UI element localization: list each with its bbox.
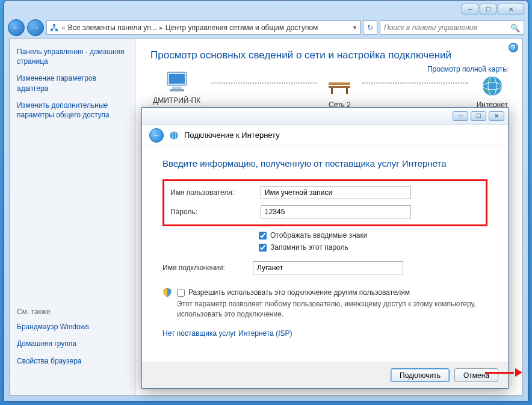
dialog-header: ← Подключение к Интернету (142, 125, 508, 146)
connection-name-input[interactable] (253, 261, 403, 274)
see-also-label: См. также (17, 308, 128, 316)
back-button[interactable]: ← (8, 19, 25, 36)
sidebar: Панель управления - домашняя страница Из… (10, 39, 136, 395)
dialog-heading: Введите информацию, полученную от постав… (162, 158, 487, 168)
search-box[interactable]: 🔍 (380, 20, 524, 35)
breadcrumb-chevron-icon: ▸ (159, 23, 163, 32)
breadcrumb-seg[interactable]: Все элементы панели уп... (68, 23, 157, 32)
sidebar-item-firewall[interactable]: Брандмауэр Windows (17, 322, 128, 332)
svg-rect-10 (346, 88, 348, 94)
svg-rect-7 (329, 82, 350, 85)
remember-label: Запомнить этот пароль (270, 243, 348, 252)
sidebar-item-sharing[interactable]: Изменить дополнительные параметры общего… (17, 100, 128, 120)
sidebar-item-adapter[interactable]: Изменение параметров адаптера (17, 73, 128, 93)
username-label: Имя пользователя: (170, 188, 261, 197)
node-internet: Интернет (477, 74, 508, 109)
bench-icon (325, 74, 354, 98)
svg-rect-4 (169, 74, 185, 84)
svg-rect-6 (170, 89, 184, 91)
chevron-down-icon[interactable]: ▼ (352, 25, 357, 31)
address-bar[interactable]: « Все элементы панели уп... ▸ Центр упра… (46, 20, 360, 35)
password-input[interactable] (261, 205, 411, 218)
no-isp-link[interactable]: Нет поставщика услуг Интернета (ISP) (162, 329, 292, 338)
dialog-footer: Подключить Отмена (142, 362, 508, 388)
permission-row: Разрешить использовать это подключение д… (162, 288, 487, 319)
network-icon (49, 23, 59, 32)
dialog-minimize-button[interactable]: ─ (453, 111, 468, 121)
connection-line (211, 82, 317, 84)
svg-rect-2 (53, 24, 55, 26)
dialog-body: Введите информацию, полученную от постав… (142, 146, 508, 345)
full-map-link[interactable]: Просмотр полной карты (427, 65, 508, 73)
dialog-back-button[interactable]: ← (149, 128, 164, 143)
username-input[interactable] (261, 186, 411, 199)
page-heading: Просмотр основных сведений о сети и наст… (150, 49, 508, 61)
minimize-button[interactable]: ─ (462, 4, 478, 14)
connect-dialog: ─ ☐ ✕ ← Подключение к Интернету Введите … (141, 107, 509, 389)
svg-rect-5 (172, 87, 182, 89)
allow-others-desc: Этот параметр позволяет любому пользоват… (177, 299, 487, 320)
search-icon: 🔍 (510, 23, 520, 32)
svg-rect-1 (55, 29, 58, 31)
shield-icon (162, 288, 172, 297)
password-label: Пароль: (170, 208, 261, 216)
svg-rect-8 (329, 86, 350, 88)
connect-button[interactable]: Подключить (391, 368, 450, 382)
show-chars-checkbox[interactable] (259, 232, 267, 240)
help-icon[interactable]: ? (509, 43, 518, 52)
globe-icon (478, 74, 507, 98)
connection-line (362, 82, 468, 84)
svg-rect-9 (331, 88, 333, 94)
connection-name-label: Имя подключения: (162, 264, 253, 272)
svg-rect-0 (51, 29, 53, 31)
allow-others-label: Разрешить использовать это подключение д… (188, 288, 410, 298)
node-label: ДМИТРИЙ-ПК (150, 96, 203, 105)
search-input[interactable] (384, 23, 510, 32)
breadcrumb-sep: « (61, 23, 66, 32)
dialog-close-button[interactable]: ✕ (489, 111, 504, 121)
navigation-bar: ← → « Все элементы панели уп... ▸ Центр … (4, 17, 528, 38)
computer-icon (162, 70, 191, 94)
show-chars-label: Отображать вводимые знаки (270, 231, 367, 240)
dialog-maximize-button[interactable]: ☐ (471, 111, 486, 121)
node-network: Сеть 2 (325, 74, 354, 109)
svg-point-11 (483, 76, 502, 96)
dialog-title: Подключение к Интернету (184, 131, 280, 140)
refresh-button[interactable]: ↻ (363, 20, 377, 35)
close-button[interactable]: ✕ (498, 4, 524, 14)
sidebar-item-browser[interactable]: Свойства браузера (17, 356, 128, 366)
annotation-arrow (485, 370, 522, 375)
window-titlebar: ─ ☐ ✕ (4, 1, 528, 17)
allow-others-checkbox[interactable] (177, 289, 185, 297)
globe-small-icon (169, 130, 179, 141)
sidebar-item-home[interactable]: Панель управления - домашняя страница (17, 47, 128, 66)
dialog-titlebar: ─ ☐ ✕ (142, 108, 508, 125)
maximize-button[interactable]: ☐ (480, 4, 496, 14)
breadcrumb-seg[interactable]: Центр управления сетями и общим доступом (165, 23, 318, 32)
sidebar-item-homegroup[interactable]: Домашняя группа (17, 339, 128, 348)
highlight-box: Имя пользователя: Пароль: (162, 179, 487, 226)
remember-checkbox[interactable] (259, 244, 267, 252)
forward-button[interactable]: → (27, 19, 44, 36)
